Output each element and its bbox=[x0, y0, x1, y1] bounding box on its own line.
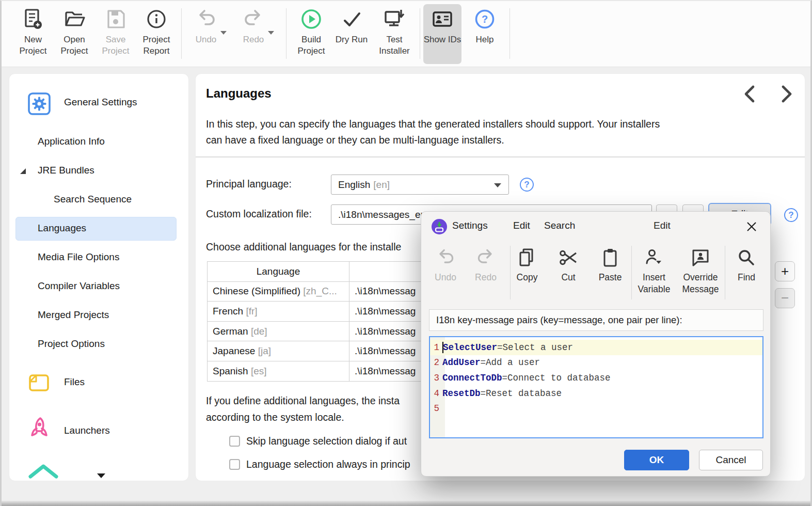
language-column-header: Language bbox=[208, 262, 349, 282]
info-icon bbox=[146, 4, 167, 34]
editor-line-2: 2AddUser=Add a user bbox=[430, 355, 762, 371]
copy-icon bbox=[517, 244, 537, 272]
help-icon: ? bbox=[473, 4, 496, 34]
cancel-button[interactable]: Cancel bbox=[699, 450, 763, 470]
editor-line-3: 3ConnectToDb=Connect to database bbox=[430, 370, 762, 386]
override-message-button[interactable]: Override Message bbox=[677, 244, 724, 307]
files-icon bbox=[28, 371, 51, 394]
sidebar-item-merged-projects[interactable]: Merged Projects bbox=[38, 309, 109, 321]
sidebar-item-search-sequence[interactable]: Search Sequence bbox=[54, 194, 132, 205]
principal-language-label: Principal language: bbox=[206, 178, 292, 190]
language-selection-principal-checkbox[interactable] bbox=[229, 459, 240, 470]
remove-language-button[interactable]: − bbox=[775, 288, 795, 308]
toolbar-separator bbox=[725, 246, 725, 299]
add-language-button[interactable]: + bbox=[775, 261, 795, 281]
choose-additional-languages-label: Choose additional languages for the inst… bbox=[206, 241, 401, 253]
custom-localization-label: Custom localization file: bbox=[206, 208, 312, 220]
editor-line-4: 4ResetDb=Reset database bbox=[430, 386, 762, 401]
build-play-icon bbox=[300, 4, 323, 34]
nav-back-icon[interactable] bbox=[741, 84, 760, 104]
find-button[interactable]: Find bbox=[728, 244, 765, 307]
page-description-line1: In this step, you can specify the langua… bbox=[206, 118, 660, 130]
paste-button[interactable]: Paste bbox=[590, 244, 631, 307]
copy-button[interactable]: Copy bbox=[506, 244, 548, 307]
test-installer-button[interactable]: Test Installer bbox=[371, 4, 418, 64]
clipboard-icon bbox=[600, 244, 620, 272]
build-project-button[interactable]: Build Project bbox=[292, 4, 331, 64]
svg-text:?: ? bbox=[482, 13, 488, 25]
open-project-label: Open Project bbox=[54, 34, 94, 57]
search-icon bbox=[736, 244, 757, 272]
note-line2: according to the system locale. bbox=[206, 412, 344, 423]
redo-dropdown-icon[interactable] bbox=[268, 31, 274, 35]
chevron-down-icon bbox=[494, 183, 501, 187]
sidebar-item-launchers[interactable]: Launchers bbox=[64, 425, 110, 436]
installer-app-icon bbox=[431, 218, 448, 235]
principal-language-help-icon[interactable]: ? bbox=[520, 178, 534, 192]
localization-help-icon[interactable]: ? bbox=[784, 208, 798, 222]
installer-chevron-icon bbox=[28, 463, 59, 481]
help-label: Help bbox=[476, 34, 494, 45]
skip-language-dialog-row: Skip language selection dialog if aut bbox=[229, 435, 407, 447]
project-report-label: Project Report bbox=[136, 34, 177, 57]
sidebar-item-compiler-variables[interactable]: Compiler Variables bbox=[38, 280, 120, 292]
id-card-icon bbox=[431, 4, 454, 34]
principal-language-select[interactable]: English [en] bbox=[331, 175, 509, 195]
cut-button[interactable]: Cut bbox=[548, 244, 589, 307]
page-description-line2: can have a fixed language or they can be… bbox=[206, 134, 504, 146]
launchers-rocket-icon bbox=[28, 416, 52, 441]
general-settings-gear-icon bbox=[28, 92, 51, 115]
open-folder-icon bbox=[62, 4, 86, 34]
i18n-pairs-field-label: I18n key-message pairs (key=message, one… bbox=[429, 309, 763, 331]
new-project-icon bbox=[22, 4, 44, 34]
undo-label: Undo bbox=[196, 34, 217, 45]
sidebar-item-application-info[interactable]: Application Info bbox=[38, 136, 105, 147]
redo-icon bbox=[242, 4, 265, 34]
test-installer-label: Test Installer bbox=[371, 34, 418, 57]
dialog-undo-button[interactable]: Undo bbox=[425, 244, 466, 307]
dialog-title: Edit bbox=[654, 220, 671, 231]
sidebar-item-general-settings[interactable]: General Settings bbox=[64, 97, 137, 108]
sidebar-item-files[interactable]: Files bbox=[64, 376, 85, 388]
menu-settings[interactable]: Settings bbox=[452, 220, 488, 231]
dry-run-button[interactable]: Dry Run bbox=[334, 4, 369, 64]
show-ids-button[interactable]: Show IDs bbox=[423, 4, 461, 64]
checkmark-icon bbox=[341, 4, 362, 34]
insert-variable-button[interactable]: Insert Variable bbox=[631, 244, 677, 307]
note-line1: If you define additional languages, the … bbox=[206, 395, 400, 407]
scroll-down-icon[interactable] bbox=[97, 473, 105, 478]
collapse-triangle-icon[interactable] bbox=[20, 168, 26, 175]
help-button[interactable]: ? Help bbox=[466, 4, 504, 64]
language-selection-principal-row: Language selection always in princip bbox=[229, 458, 410, 470]
open-project-button[interactable]: Open Project bbox=[54, 4, 94, 64]
window-bottom-edge bbox=[2, 501, 810, 506]
save-project-label: Save Project bbox=[95, 34, 136, 57]
monitor-download-icon bbox=[383, 4, 406, 34]
dialog-redo-button[interactable]: Redo bbox=[465, 244, 506, 307]
page-title: Languages bbox=[206, 86, 272, 101]
ok-button[interactable]: OK bbox=[624, 450, 689, 470]
menu-edit[interactable]: Edit bbox=[513, 220, 530, 231]
message-bubble-icon bbox=[690, 244, 711, 272]
sidebar-item-jre-bundles[interactable]: JRE Bundles bbox=[38, 165, 94, 176]
sidebar-item-project-options[interactable]: Project Options bbox=[38, 338, 105, 350]
menu-search[interactable]: Search bbox=[544, 220, 575, 231]
undo-icon bbox=[195, 4, 217, 34]
undo-dropdown-icon[interactable] bbox=[220, 31, 227, 35]
redo-button[interactable]: Redo bbox=[235, 4, 272, 64]
sidebar-item-media-file-options[interactable]: Media File Options bbox=[38, 251, 119, 263]
i18n-pairs-editor[interactable]: 1SelectUser=Select a user 2AddUser=Add a… bbox=[429, 336, 763, 438]
undo-icon bbox=[435, 244, 456, 272]
new-project-label: New Project bbox=[13, 34, 53, 57]
dry-run-label: Dry Run bbox=[336, 34, 368, 45]
undo-button[interactable]: Undo bbox=[187, 4, 225, 64]
sidebar-item-languages[interactable]: Languages bbox=[38, 223, 86, 234]
insert-variable-icon bbox=[644, 244, 664, 272]
skip-language-dialog-checkbox[interactable] bbox=[229, 436, 240, 447]
close-icon[interactable] bbox=[745, 220, 758, 233]
nav-forward-icon[interactable] bbox=[776, 84, 795, 104]
new-project-button[interactable]: New Project bbox=[13, 4, 53, 64]
project-report-button[interactable]: Project Report bbox=[136, 4, 177, 64]
editor-line-5: 5 bbox=[430, 401, 762, 416]
save-project-button[interactable]: Save Project bbox=[95, 4, 136, 64]
